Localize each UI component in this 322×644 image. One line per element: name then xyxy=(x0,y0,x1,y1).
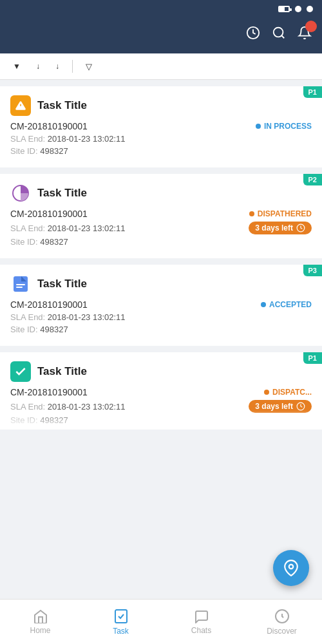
task-id-row: CM-201810190001 IN PROCESS xyxy=(10,121,312,131)
task-status: ACCEPTED xyxy=(261,300,312,309)
sla-row: SLA End: 2018-01-23 13:02:11 xyxy=(10,134,312,144)
nav-task-label: Task xyxy=(113,627,129,636)
status-dot xyxy=(264,390,269,395)
task-title: Task Title xyxy=(37,278,87,290)
filter-divider xyxy=(72,60,73,73)
search-icon[interactable] xyxy=(272,26,286,43)
priority-badge: P3 xyxy=(303,265,322,276)
task-meta-site: Site ID: 498327 xyxy=(10,146,312,156)
task-title: Task Title xyxy=(37,365,87,378)
wifi-icon xyxy=(307,6,313,12)
task-id: CM-201810190001 xyxy=(10,299,88,310)
notification-badge xyxy=(305,21,317,32)
svg-rect-8 xyxy=(16,284,25,285)
task-header: Task Title xyxy=(10,361,312,382)
svg-point-1 xyxy=(274,28,283,37)
status-dot xyxy=(261,302,266,307)
task-card[interactable]: P2 Task Title CM-201810190001 DISPATHERE… xyxy=(0,174,322,258)
sla-filter[interactable]: ↓ xyxy=(53,62,59,71)
status-dot xyxy=(249,211,254,216)
task-id-row: CM-201810190001 DISPATC... xyxy=(10,387,312,397)
task-meta-sla: SLA End: 2018-01-23 13:02:11 xyxy=(10,134,126,144)
task-meta-site: Site ID: 498327 xyxy=(10,237,312,247)
home-icon xyxy=(33,609,48,623)
bottom-nav: Home Task Chats Discover xyxy=(0,599,322,644)
filter-button[interactable]: ▽ xyxy=(83,62,92,71)
svg-rect-12 xyxy=(115,610,127,623)
task-type-icon xyxy=(10,183,31,204)
header-title xyxy=(10,26,14,43)
battery-icon xyxy=(278,6,290,12)
sla-row: SLA End: 2018-01-23 13:02:11 xyxy=(10,312,312,322)
nav-task[interactable]: Task xyxy=(80,603,161,641)
nav-discover-label: Discover xyxy=(267,627,297,636)
task-icon xyxy=(114,609,128,624)
task-id-row: CM-201810190001 ACCEPTED xyxy=(10,299,312,310)
svg-rect-9 xyxy=(16,287,23,288)
sort-icon-sla: ↓ xyxy=(55,62,59,71)
task-card[interactable]: P1 Task Title CM-201810190001 DISPATC...… xyxy=(0,352,322,430)
nav-home[interactable]: Home xyxy=(0,604,80,640)
task-status: DISPATHERED xyxy=(249,209,312,218)
task-id: CM-201810190001 xyxy=(10,387,88,397)
task-id-row: CM-201810190001 DISPATHERED xyxy=(10,209,312,219)
task-card[interactable]: P3 Task Title CM-201810190001 ACCEPTED S… xyxy=(0,265,322,346)
task-title: Task Title xyxy=(37,99,87,112)
nav-discover[interactable]: Discover xyxy=(242,603,322,641)
task-id: CM-201810190001 xyxy=(10,209,88,219)
signal-icon xyxy=(295,6,301,12)
task-list: P1 Task Title CM-201810190001 IN PROCESS… xyxy=(0,80,322,589)
task-type-icon xyxy=(10,95,31,116)
svg-line-2 xyxy=(281,35,284,38)
priority-badge: P1 xyxy=(303,86,322,98)
task-title: Task Title xyxy=(37,187,87,200)
svg-point-11 xyxy=(289,565,294,569)
filter-bar: ▼ ↓ ↓ ▽ xyxy=(0,53,322,80)
history-icon[interactable] xyxy=(246,26,260,43)
sort-icon: ↓ xyxy=(36,62,40,71)
task-header: Task Title xyxy=(10,274,312,294)
status-dot xyxy=(256,124,261,129)
status-bar xyxy=(0,0,322,18)
priority-filter[interactable]: ↓ xyxy=(33,62,40,71)
task-header: Task Title xyxy=(10,95,312,116)
nav-chats-label: Chats xyxy=(191,626,211,635)
priority-badge: P2 xyxy=(303,174,322,185)
chats-icon xyxy=(194,609,209,623)
filter-icon: ▽ xyxy=(86,62,92,71)
task-id: CM-201810190001 xyxy=(10,121,88,131)
task-meta-sla: SLA End: 2018-01-23 13:02:11 xyxy=(10,223,126,233)
priority-badge: P1 xyxy=(303,352,322,364)
header-actions xyxy=(246,26,312,43)
task-type-icon xyxy=(10,274,31,294)
task-status: IN PROCESS xyxy=(256,122,312,131)
task-card[interactable]: P1 Task Title CM-201810190001 IN PROCESS… xyxy=(0,86,322,167)
header xyxy=(0,18,322,53)
nav-chats[interactable]: Chats xyxy=(161,604,242,640)
sla-row: SLA End: 2018-01-23 13:02:11 3 days left xyxy=(10,222,312,234)
discover-icon xyxy=(274,609,290,624)
task-status: DISPATC... xyxy=(264,388,312,397)
location-fab[interactable] xyxy=(273,550,309,586)
task-header: Task Title xyxy=(10,183,312,204)
notification-icon[interactable] xyxy=(298,26,312,43)
sla-badge: 3 days left xyxy=(249,222,312,234)
task-meta-sla: SLA End: 2018-01-23 13:02:11 xyxy=(10,312,126,322)
all-task-filter[interactable]: ▼ xyxy=(10,62,21,71)
task-type-icon xyxy=(10,361,31,382)
nav-home-label: Home xyxy=(30,626,50,635)
dropdown-icon: ▼ xyxy=(13,62,21,71)
task-meta-site: Site ID: 498327 xyxy=(10,325,312,334)
